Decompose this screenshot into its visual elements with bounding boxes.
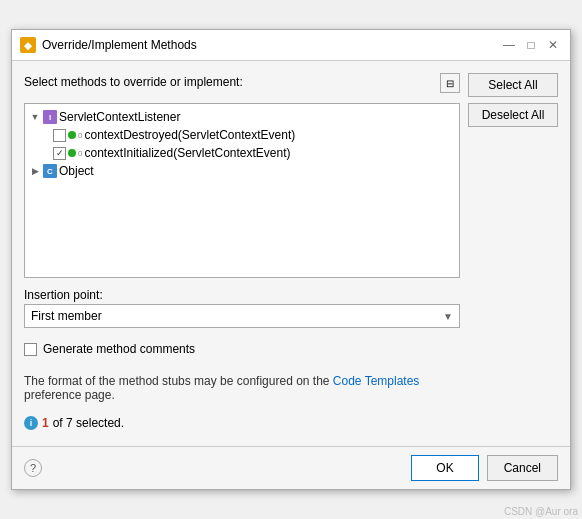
left-panel: Select methods to override or implement:… [24, 73, 460, 434]
collapse-button[interactable]: ⊟ [440, 73, 460, 93]
info-text-after: preference page. [24, 388, 115, 402]
interface-icon: I [43, 110, 57, 124]
dialog-body: Select methods to override or implement:… [12, 61, 570, 446]
tree-node-object[interactable]: ▶ C Object [25, 162, 459, 180]
code-templates-link[interactable]: Code Templates [333, 374, 420, 388]
tree-node-context-destroyed[interactable]: 0 contextDestroyed(ServletContextEvent) [25, 126, 459, 144]
dropdown-arrow-icon: ▼ [443, 311, 453, 322]
generate-comments-row: Generate method comments [24, 342, 460, 356]
maximize-button[interactable]: □ [522, 36, 540, 54]
deselect-all-button[interactable]: Deselect All [468, 103, 558, 127]
insertion-label: Insertion point: [24, 288, 460, 302]
tree-node-context-initialized[interactable]: 0 contextInitialized(ServletContextEvent… [25, 144, 459, 162]
generate-comments-label: Generate method comments [43, 342, 195, 356]
status-count: 1 [42, 416, 49, 430]
insertion-value: First member [31, 309, 102, 323]
tree-object-label: Object [59, 164, 94, 178]
footer-row: ? OK Cancel [12, 446, 570, 489]
tree-child2-label: contextInitialized(ServletContextEvent) [84, 146, 290, 160]
cancel-button[interactable]: Cancel [487, 455, 558, 481]
info-icon: i [24, 416, 38, 430]
dot-green-icon [68, 131, 76, 139]
checkbox-context-destroyed[interactable] [53, 129, 66, 142]
tree-node-root[interactable]: ▼ I ServletContextListener [25, 108, 459, 126]
title-bar: ◆ Override/Implement Methods — □ ✕ [12, 30, 570, 61]
generate-comments-checkbox[interactable] [24, 343, 37, 356]
tree-root-label: ServletContextListener [59, 110, 180, 124]
info-text-row: The format of the method stubs may be co… [24, 374, 460, 402]
class-icon: C [43, 164, 57, 178]
dot-green-icon-2 [68, 149, 76, 157]
tree-container[interactable]: ▼ I ServletContextListener 0 contextDest… [24, 103, 460, 278]
watermark: CSDN @Aur ora [504, 506, 578, 517]
tree-header-label: Select methods to override or implement: [24, 75, 243, 89]
tree-header-row: Select methods to override or implement:… [24, 73, 460, 93]
dialog-title: Override/Implement Methods [42, 38, 197, 52]
close-button[interactable]: ✕ [544, 36, 562, 54]
minimize-button[interactable]: — [500, 36, 518, 54]
chevron-right-icon: ▶ [29, 165, 41, 177]
insertion-dropdown[interactable]: First member ▼ [24, 304, 460, 328]
right-panel: Select All Deselect All [468, 73, 558, 434]
status-row: i 1 of 7 selected. [24, 416, 460, 430]
title-bar-left: ◆ Override/Implement Methods [20, 37, 197, 53]
help-icon[interactable]: ? [24, 459, 42, 477]
override-implement-dialog: ◆ Override/Implement Methods — □ ✕ Selec… [11, 29, 571, 490]
chevron-down-icon: ▼ [29, 111, 41, 123]
collapse-icon: ⊟ [446, 78, 454, 89]
insertion-section: Insertion point: First member ▼ [24, 288, 460, 328]
dialog-icon: ◆ [20, 37, 36, 53]
footer-left: ? [24, 459, 42, 477]
status-text: of 7 selected. [53, 416, 124, 430]
superscript-0-2: 0 [78, 149, 82, 158]
title-controls: — □ ✕ [500, 36, 562, 54]
footer-right: OK Cancel [411, 455, 558, 481]
ok-button[interactable]: OK [411, 455, 478, 481]
superscript-0: 0 [78, 131, 82, 140]
tree-child1-label: contextDestroyed(ServletContextEvent) [84, 128, 295, 142]
info-text-before: The format of the method stubs may be co… [24, 374, 330, 388]
checkbox-context-initialized[interactable] [53, 147, 66, 160]
select-all-button[interactable]: Select All [468, 73, 558, 97]
